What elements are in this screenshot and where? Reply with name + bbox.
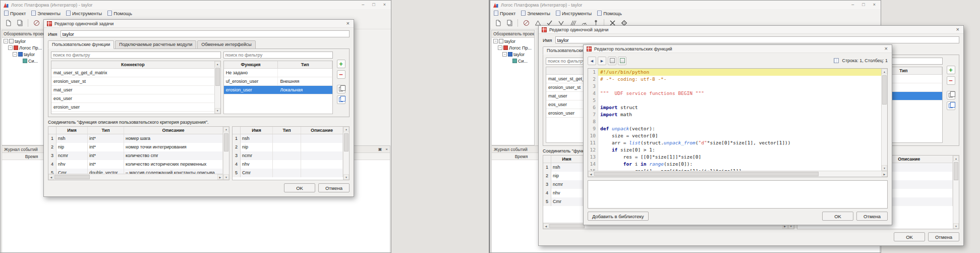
table-row[interactable]: 5 Cmr: [233, 169, 343, 177]
tree-item[interactable]: − taylor: [2, 38, 44, 44]
tree-item[interactable]: − taylor: [492, 38, 534, 44]
connector-filter-input[interactable]: [51, 52, 221, 59]
remove-function-button[interactable]: −: [337, 70, 345, 79]
connector-row[interactable]: mat_user_st_get_d_matrix: [51, 69, 214, 77]
table-row[interactable]: 5 Cmr double_vector... – массив содержащ…: [48, 169, 223, 174]
function-row[interactable]: uf_erosion_user Внешняя: [224, 77, 332, 86]
close-icon[interactable]: ×: [383, 3, 386, 7]
type-column-header[interactable]: Тип: [88, 127, 124, 134]
tab[interactable]: Пользовательские функции: [48, 40, 114, 49]
name-column-header[interactable]: Имя: [551, 156, 583, 163]
cancel-button[interactable]: Отмена: [928, 232, 959, 241]
description-column-header[interactable]: Описание: [301, 127, 343, 134]
function-column-header[interactable]: Функция: [224, 61, 278, 68]
vertical-scrollbar[interactable]: ▲ ▼: [214, 61, 220, 114]
tree-item[interactable]: − Логос Пр...: [492, 44, 534, 51]
type-column-header[interactable]: Тип: [278, 61, 332, 68]
nav-back-button[interactable]: ◀: [588, 57, 596, 65]
panel-close-icon[interactable]: ×: [385, 147, 388, 151]
horizontal-scrollbar[interactable]: ◀ ▶: [48, 174, 223, 180]
close-icon[interactable]: ×: [884, 46, 889, 52]
table-row[interactable]: 3 ncmr: [233, 151, 343, 160]
scroll-up-icon[interactable]: ▲: [343, 127, 349, 132]
tab[interactable]: Обменные интерфейсы: [197, 40, 256, 49]
maximize-icon[interactable]: □: [862, 3, 864, 7]
table-row[interactable]: 2 nip: [233, 143, 343, 151]
table-row[interactable]: 1 nsh: [233, 134, 343, 143]
paste-function-button[interactable]: [947, 102, 955, 110]
minimize-icon[interactable]: –: [851, 3, 854, 7]
scroll-down-icon[interactable]: ▼: [343, 174, 349, 180]
add-function-button[interactable]: +: [947, 66, 955, 74]
menu-item[interactable]: Помощь: [597, 11, 622, 16]
menu-item[interactable]: Инструменты: [66, 11, 102, 16]
new-document-icon[interactable]: [3, 18, 13, 28]
scroll-down-icon[interactable]: ▼: [215, 108, 220, 114]
scroll-down-icon[interactable]: ▼: [882, 165, 887, 171]
ok-button[interactable]: OK: [822, 212, 853, 221]
close-icon[interactable]: ×: [345, 21, 351, 26]
export-button[interactable]: [608, 57, 616, 65]
tree-item[interactable]: − taylor: [492, 51, 534, 58]
expander-icon[interactable]: −: [4, 39, 8, 43]
name-column-header[interactable]: Имя: [56, 127, 88, 134]
expander-icon[interactable]: −: [498, 45, 502, 50]
undock-icon[interactable]: ▣: [378, 147, 382, 151]
vertical-scrollbar[interactable]: ▲ ▼: [953, 156, 959, 229]
expander-icon[interactable]: −: [502, 52, 507, 57]
add-to-library-button[interactable]: Добавить в библиотеку: [588, 212, 649, 221]
copy-function-button[interactable]: [337, 85, 345, 93]
scroll-left-icon[interactable]: ◀: [543, 223, 549, 229]
add-function-button[interactable]: +: [337, 60, 345, 68]
code-area[interactable]: 1#!/usr/bin/python2# -*- coding: utf-8 -…: [588, 69, 881, 171]
connector-row[interactable]: erosion_user_st: [51, 77, 214, 86]
function-row[interactable]: Не задано: [224, 69, 332, 77]
close-icon[interactable]: ×: [873, 3, 876, 7]
description-column-header[interactable]: Описание: [124, 127, 223, 134]
expander-icon[interactable]: −: [13, 52, 17, 57]
expander-icon[interactable]: −: [8, 45, 13, 50]
copy-document-icon[interactable]: [15, 18, 25, 28]
import-button[interactable]: [618, 57, 626, 65]
tree-item[interactable]: − Си...: [2, 58, 44, 64]
nav-forward-button[interactable]: ▶: [598, 57, 606, 65]
function-row[interactable]: erosion_user Локальная: [224, 86, 332, 94]
scroll-down-icon[interactable]: ▼: [953, 223, 959, 229]
tree-item[interactable]: − Логос Пр...: [2, 44, 44, 51]
scroll-up-icon[interactable]: ▲: [223, 127, 229, 132]
maximize-icon[interactable]: □: [372, 3, 375, 7]
expander-icon[interactable]: −: [493, 39, 498, 43]
run-icon[interactable]: [521, 18, 531, 28]
menu-item[interactable]: Проект: [494, 11, 515, 16]
scroll-left-icon[interactable]: ◀: [588, 171, 594, 177]
tree-item[interactable]: − taylor: [2, 51, 44, 58]
tree-item[interactable]: − Си...: [492, 58, 534, 64]
task-name-input[interactable]: [61, 30, 350, 37]
table-row[interactable]: 3 ncmr int* количество cmr: [48, 151, 223, 160]
minimize-icon[interactable]: –: [362, 3, 364, 7]
editor-horizontal-scrollbar[interactable]: ◀ ▶: [588, 171, 887, 177]
task-name-input[interactable]: [555, 36, 959, 43]
scroll-right-icon[interactable]: ▶: [217, 174, 223, 180]
table-row[interactable]: 2 nip int* номер точки интегрирования: [48, 143, 223, 151]
scroll-up-icon[interactable]: ▲: [953, 156, 959, 161]
remove-function-button[interactable]: −: [947, 76, 955, 85]
table-row[interactable]: 4 nhv int* количество исторических перем…: [48, 160, 223, 169]
paste-function-button[interactable]: [337, 95, 345, 104]
cancel-button[interactable]: Отмена: [856, 212, 888, 221]
menu-item[interactable]: Проект: [4, 11, 26, 16]
new-document-icon[interactable]: [493, 18, 503, 28]
copy-document-icon[interactable]: [504, 18, 514, 28]
connector-column-header[interactable]: Коннектор: [51, 61, 214, 69]
scroll-left-icon[interactable]: ◀: [48, 174, 54, 180]
cancel-button[interactable]: Отмена: [318, 183, 350, 192]
close-icon[interactable]: ×: [955, 27, 960, 32]
run-icon[interactable]: [31, 18, 41, 28]
scroll-right-icon[interactable]: ▶: [882, 171, 887, 177]
editor-vertical-scrollbar[interactable]: ▲ ▼: [881, 69, 887, 171]
table-row[interactable]: 1 nsh int* номер шага: [48, 134, 223, 143]
scroll-down-icon[interactable]: ▼: [223, 174, 229, 180]
connector-row[interactable]: erosion_user: [51, 103, 214, 112]
scroll-up-icon[interactable]: ▲: [882, 69, 887, 74]
menu-item[interactable]: Элементы: [521, 11, 550, 16]
